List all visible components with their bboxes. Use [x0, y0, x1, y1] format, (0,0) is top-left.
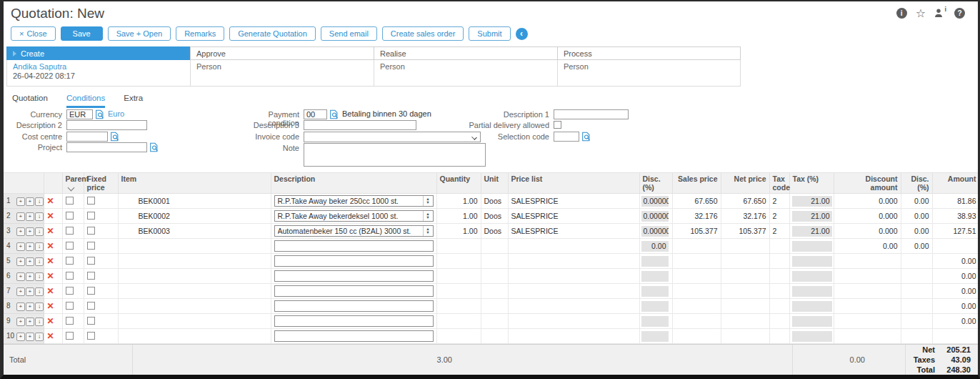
delete-row-button[interactable]: ✕: [47, 211, 54, 221]
move-line-button[interactable]: ↓: [35, 242, 44, 251]
disc2-cell[interactable]: 0.00: [901, 209, 932, 224]
insert-line-button[interactable]: +: [16, 302, 25, 311]
disc2-cell[interactable]: [901, 254, 932, 269]
price-list-cell[interactable]: [508, 299, 639, 314]
send-email-button[interactable]: Send email: [321, 26, 377, 41]
lookup-icon[interactable]: [149, 142, 159, 152]
lookup-icon[interactable]: [329, 109, 339, 119]
invoice-code-select[interactable]: [304, 132, 481, 142]
move-line-button[interactable]: ↓: [35, 333, 44, 341]
add-line-button[interactable]: +: [26, 257, 34, 266]
disc2-cell[interactable]: [901, 329, 932, 344]
fixed-price-checkbox[interactable]: [87, 317, 95, 325]
discount-amount-cell[interactable]: [834, 254, 901, 269]
disc1-cell[interactable]: [639, 284, 672, 299]
description1-input[interactable]: [554, 109, 629, 119]
price-list-cell[interactable]: SALESPRICE: [508, 224, 639, 239]
description-input[interactable]: R.P.Take Away bekerdeksel 1000 st. ▲▼: [274, 210, 434, 222]
project-input[interactable]: [66, 142, 147, 152]
parent-checkbox[interactable]: [66, 272, 74, 280]
insert-line-button[interactable]: +: [16, 272, 25, 281]
quantity-cell[interactable]: [436, 254, 481, 269]
stage-approve[interactable]: Approve Person: [190, 46, 374, 87]
add-line-button[interactable]: +: [26, 227, 34, 236]
fixed-price-checkbox[interactable]: [87, 302, 95, 310]
net-price-cell[interactable]: 32.176: [721, 209, 769, 224]
quantity-cell[interactable]: 1.00: [436, 194, 481, 209]
quantity-cell[interactable]: 1.00: [436, 209, 481, 224]
disc2-cell[interactable]: 0.00: [901, 194, 932, 209]
price-list-cell[interactable]: [508, 284, 639, 299]
insert-line-button[interactable]: +: [16, 287, 25, 296]
quantity-cell[interactable]: [436, 329, 481, 344]
fixed-price-checkbox[interactable]: [87, 287, 95, 295]
tax-pct-cell[interactable]: [789, 239, 834, 254]
add-line-button[interactable]: +: [26, 197, 34, 206]
move-line-button[interactable]: ↓: [35, 212, 44, 221]
spinner-icon[interactable]: ▲▼: [423, 196, 433, 206]
move-line-button[interactable]: ↓: [35, 302, 44, 311]
cost-centre-input[interactable]: [66, 132, 108, 142]
net-price-cell[interactable]: [721, 254, 769, 269]
add-line-button[interactable]: +: [26, 333, 34, 341]
move-line-button[interactable]: ↓: [35, 318, 44, 326]
net-price-cell[interactable]: [721, 239, 769, 254]
net-price-cell[interactable]: 105.377: [721, 224, 769, 239]
insert-line-button[interactable]: +: [16, 197, 25, 206]
sales-price-cell[interactable]: [672, 314, 721, 329]
item-cell[interactable]: BEK0001: [118, 194, 271, 209]
favorite-star-icon[interactable]: ☆: [916, 9, 926, 19]
quantity-cell[interactable]: [436, 239, 481, 254]
add-line-button[interactable]: +: [26, 242, 34, 251]
add-line-button[interactable]: +: [26, 318, 34, 326]
move-line-button[interactable]: ↓: [35, 287, 44, 296]
disc1-cell[interactable]: 0.00: [639, 239, 672, 254]
quantity-cell[interactable]: [436, 284, 481, 299]
price-list-cell[interactable]: [508, 314, 639, 329]
item-cell[interactable]: [118, 329, 271, 344]
insert-line-button[interactable]: +: [16, 212, 25, 221]
quantity-cell[interactable]: [436, 299, 481, 314]
add-line-button[interactable]: +: [26, 272, 34, 281]
item-cell[interactable]: [118, 299, 271, 314]
item-cell[interactable]: [118, 269, 271, 284]
stage-person-link[interactable]: Andika Saputra: [13, 62, 184, 71]
tax-pct-cell[interactable]: 21.00: [789, 209, 834, 224]
item-cell[interactable]: BEK0003: [118, 224, 271, 239]
payment-condition-input[interactable]: [304, 109, 327, 119]
tax-code-cell[interactable]: 2: [769, 194, 789, 209]
net-price-cell[interactable]: [721, 284, 769, 299]
description-input[interactable]: ▲▼: [274, 300, 434, 312]
delete-row-button[interactable]: ✕: [47, 226, 54, 236]
item-cell[interactable]: [118, 284, 271, 299]
fixed-price-checkbox[interactable]: [87, 212, 95, 220]
delete-row-button[interactable]: ✕: [47, 301, 54, 311]
description-input[interactable]: ▲▼: [274, 285, 434, 297]
sales-price-cell[interactable]: [672, 239, 721, 254]
sales-price-cell[interactable]: [672, 284, 721, 299]
item-cell[interactable]: [118, 239, 271, 254]
tax-code-cell[interactable]: [769, 269, 789, 284]
tax-pct-cell[interactable]: [789, 299, 834, 314]
tab-quotation[interactable]: Quotation: [12, 94, 48, 108]
discount-amount-cell[interactable]: [834, 284, 901, 299]
disc1-cell[interactable]: [639, 329, 672, 344]
item-cell[interactable]: [118, 314, 271, 329]
quantity-cell[interactable]: [436, 269, 481, 284]
discount-amount-cell[interactable]: 0.00: [834, 239, 901, 254]
tax-code-cell[interactable]: 2: [769, 224, 789, 239]
tax-code-cell[interactable]: [769, 239, 789, 254]
stage-create[interactable]: Create Andika Saputra 26-04-2022 08:17: [6, 46, 190, 87]
stage-realise[interactable]: Realise Person: [374, 46, 557, 87]
delete-row-button[interactable]: ✕: [47, 331, 54, 341]
fixed-price-checkbox[interactable]: [87, 227, 95, 235]
parent-checkbox[interactable]: [66, 257, 74, 265]
description-input[interactable]: ▲▼: [274, 315, 434, 327]
price-list-cell[interactable]: [508, 239, 639, 254]
description-input[interactable]: ▲▼: [274, 270, 434, 282]
parent-checkbox[interactable]: [66, 287, 74, 295]
sales-price-cell[interactable]: 32.176: [672, 209, 721, 224]
parent-checkbox[interactable]: [66, 197, 74, 205]
quantity-cell[interactable]: [436, 314, 481, 329]
parent-checkbox[interactable]: [66, 317, 74, 325]
